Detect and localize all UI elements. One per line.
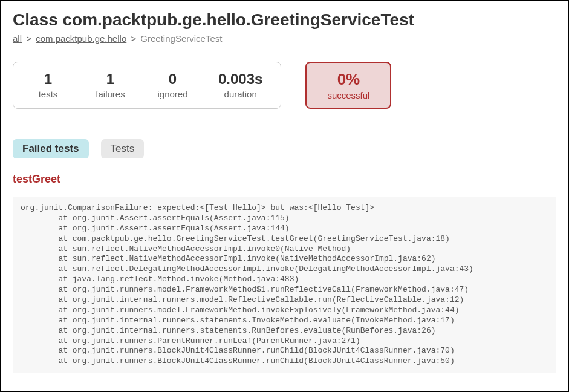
tabs: Failed tests Tests <box>13 139 556 158</box>
success-value: 0% <box>327 70 369 89</box>
stack-trace: org.junit.ComparisonFailure: expected:<[… <box>13 197 556 373</box>
stat-duration-value: 0.003s <box>218 71 262 88</box>
stat-ignored-label: ignored <box>156 89 189 99</box>
breadcrumb-current: GreetingServiceTest <box>140 33 222 44</box>
stat-tests: 1 tests <box>31 71 65 100</box>
failed-test-name: testGreet <box>13 173 556 186</box>
stat-failures-label: failures <box>94 89 127 99</box>
stat-tests-value: 1 <box>31 71 65 88</box>
tab-failed-tests[interactable]: Failed tests <box>13 139 89 158</box>
breadcrumb: all > com.packtpub.ge.hello > GreetingSe… <box>13 33 556 44</box>
success-label: successful <box>327 90 369 100</box>
breadcrumb-all[interactable]: all <box>13 33 22 44</box>
stat-failures-value: 1 <box>94 71 127 88</box>
breadcrumb-package[interactable]: com.packtpub.ge.hello <box>36 33 126 44</box>
stat-ignored-value: 0 <box>156 71 189 88</box>
stat-failures: 1 failures <box>94 71 127 100</box>
stat-duration: 0.003s duration <box>218 71 262 100</box>
breadcrumb-separator: > <box>131 33 136 44</box>
stat-ignored: 0 ignored <box>156 71 189 100</box>
tab-tests[interactable]: Tests <box>101 139 145 158</box>
stat-tests-label: tests <box>31 89 65 99</box>
breadcrumb-separator: > <box>26 33 31 44</box>
stat-duration-label: duration <box>218 89 262 99</box>
page-title: Class com.packtpub.ge.hello.GreetingServ… <box>13 10 556 30</box>
stats-box: 1 tests 1 failures 0 ignored 0.003s dura… <box>13 62 281 109</box>
success-box: 0% successful <box>305 62 391 109</box>
